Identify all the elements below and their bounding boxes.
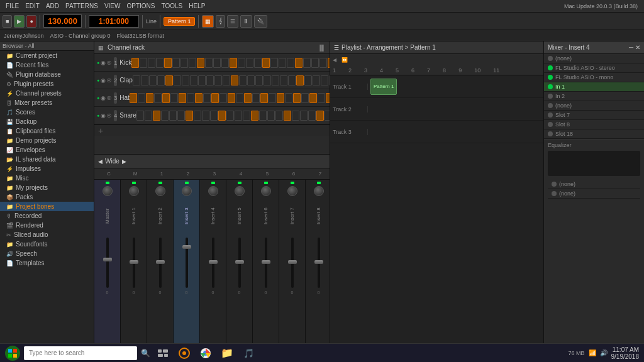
pad-4-5[interactable] (177, 111, 185, 121)
mixer-channel-4[interactable]: Insert 4 0 (200, 180, 226, 343)
pad-1-16[interactable] (262, 58, 270, 68)
menu-add[interactable]: ADD (43, 3, 62, 9)
pad-2-2[interactable] (149, 75, 157, 85)
pad-3-8[interactable] (195, 93, 203, 103)
mixer-btn[interactable]: 🎚 (240, 15, 252, 28)
pad-3-23[interactable] (318, 93, 325, 103)
pad-1-1[interactable] (140, 58, 147, 68)
pad-3-10[interactable] (211, 93, 219, 103)
pad-3-2[interactable] (146, 93, 153, 103)
pad-4-23[interactable] (325, 111, 330, 121)
start-button[interactable] (5, 346, 20, 361)
sidebar-item-recorded[interactable]: 🎙Recorded (0, 211, 94, 221)
plugin-slot-3[interactable]: In 1 (544, 82, 644, 92)
send-slot-1[interactable]: (none) (548, 180, 640, 189)
sidebar-item-demo-projects[interactable]: 📁Demo projects (0, 136, 94, 145)
ch-mute-1[interactable]: ◉ (101, 60, 106, 66)
pad-2-20[interactable] (296, 75, 304, 85)
pad-4-16[interactable] (267, 111, 275, 121)
pad-3-5[interactable] (170, 93, 178, 103)
pad-1-18[interactable] (279, 58, 286, 68)
pad-3-20[interactable] (293, 93, 301, 103)
sidebar-item-impulses[interactable]: ⚡Impulses (0, 164, 94, 173)
pad-1-0[interactable] (131, 58, 139, 68)
pad-4-17[interactable] (275, 111, 283, 121)
pad-4-9[interactable] (210, 111, 218, 121)
ch-pan-3[interactable] (182, 186, 192, 196)
taskview-btn[interactable] (154, 344, 172, 362)
pad-2-18[interactable] (280, 75, 287, 85)
pad-2-15[interactable] (255, 75, 263, 85)
pad-1-4[interactable] (164, 58, 172, 68)
ch-fader-1[interactable] (130, 260, 138, 264)
mixer-channel-1[interactable]: Insert 1 0 (121, 180, 147, 343)
pad-2-1[interactable] (141, 75, 148, 85)
pad-1-3[interactable] (156, 58, 164, 68)
ch-fader-2[interactable] (156, 260, 165, 264)
send-slot-2[interactable]: (none) (548, 189, 640, 199)
pad-2-11[interactable] (223, 75, 230, 85)
pad-3-15[interactable] (252, 93, 260, 103)
plugin-slot-0[interactable]: (none) (544, 54, 644, 63)
menu-view[interactable]: VIEW (101, 3, 124, 9)
menu-options[interactable]: OPTIONS (123, 3, 158, 9)
sidebar-item-my-projects[interactable]: 📁My projects (0, 183, 94, 192)
pad-2-10[interactable] (214, 75, 222, 85)
pad-3-3[interactable] (154, 93, 162, 103)
pad-3-11[interactable] (219, 93, 227, 103)
sidebar-item-recent-files[interactable]: 📄Recent files (0, 60, 94, 70)
piano-roll-btn[interactable]: 𝄞 (216, 15, 225, 28)
sidebar-item-scores[interactable]: 🎵Scores (0, 107, 94, 117)
mixer-minimize-btn[interactable]: ─ (629, 44, 633, 51)
sidebar-item-packs[interactable]: 📦Packs (0, 192, 94, 202)
sidebar-item-clipboard-files[interactable]: 📋Clipboard files (0, 126, 94, 136)
pad-3-6[interactable] (179, 93, 186, 103)
menu-help[interactable]: HELP (186, 3, 208, 9)
pad-3-17[interactable] (269, 93, 276, 103)
ch-fader-8[interactable] (314, 260, 323, 264)
ch-pan-4[interactable] (208, 186, 218, 196)
pad-4-10[interactable] (218, 111, 226, 121)
folder-btn[interactable]: 📁 (218, 344, 236, 362)
pad-1-7[interactable] (189, 58, 196, 68)
pad-2-7[interactable] (190, 75, 197, 85)
plugin-slot-5[interactable]: (none) (544, 101, 644, 111)
sidebar-item-sliced-audio[interactable]: ✂Sliced audio (0, 230, 94, 239)
pad-1-8[interactable] (197, 58, 204, 68)
pad-2-17[interactable] (272, 75, 279, 85)
mixer-channel-6[interactable]: Insert 6 0 (253, 180, 279, 343)
sidebar-item-rendered[interactable]: 🎬Rendered (0, 221, 94, 230)
channel-rack-btn[interactable]: ▦ (202, 15, 214, 28)
sidebar-item-speech[interactable]: 🔊Speech (0, 249, 94, 258)
ch-pan-8[interactable] (314, 186, 324, 196)
pad-3-18[interactable] (277, 93, 284, 103)
chrome-btn[interactable] (197, 344, 214, 362)
pad-4-12[interactable] (235, 111, 242, 121)
sidebar-item-misc[interactable]: 📁Misc (0, 173, 94, 183)
sidebar-item-il-shared-data[interactable]: 📂IL shared data (0, 155, 94, 164)
ch-fader-6[interactable] (262, 260, 270, 264)
pad-1-13[interactable] (238, 58, 245, 68)
sidebar-item-channel-presets[interactable]: ⚡Channel presets (0, 89, 94, 98)
pad-1-21[interactable] (303, 58, 311, 68)
sidebar-item-soundfonts[interactable]: 📁Soundfonts (0, 239, 94, 249)
plugin-slot-8[interactable]: Slot 18 (544, 129, 644, 139)
pad-1-9[interactable] (205, 58, 213, 68)
pad-3-13[interactable] (236, 93, 243, 103)
pad-4-11[interactable] (226, 111, 234, 121)
plugin-slot-2[interactable]: FL Studio ASIO - mono (544, 73, 644, 82)
menu-edit[interactable]: EDIT (22, 3, 43, 9)
menu-tools[interactable]: TOOLS (158, 3, 186, 9)
pad-3-0[interactable] (130, 93, 137, 103)
pad-1-6[interactable] (180, 58, 188, 68)
sidebar-item-plugin-presets[interactable]: ⚙Plugin presets (0, 79, 94, 89)
sidebar-item-mixer-presets[interactable]: 🎛Mixer presets (0, 98, 94, 107)
mixer-channel-5[interactable]: Insert 5 0 (226, 180, 253, 343)
record-button[interactable]: ● (26, 15, 36, 28)
pad-3-16[interactable] (260, 93, 268, 103)
mixer-channel-8[interactable]: Insert 8 0 (306, 180, 330, 343)
pad-1-23[interactable] (319, 58, 327, 68)
search-input[interactable] (24, 346, 137, 360)
pad-4-1[interactable] (145, 111, 152, 121)
sidebar-item-project-bones[interactable]: 📁Project bones (0, 202, 94, 211)
